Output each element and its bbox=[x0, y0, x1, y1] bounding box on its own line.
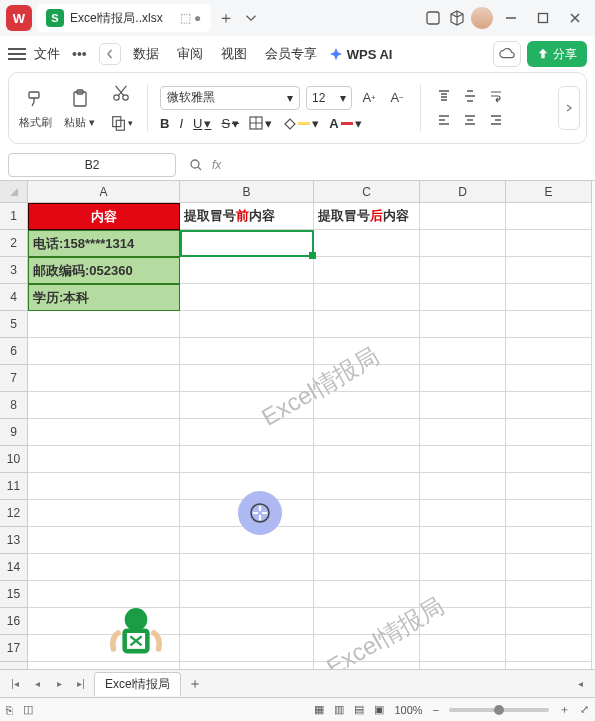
cell-D4[interactable] bbox=[420, 284, 506, 311]
formula-input[interactable] bbox=[227, 153, 587, 177]
column-header-E[interactable]: E bbox=[506, 181, 592, 203]
paste-icon[interactable] bbox=[66, 87, 94, 111]
sheet-scroll-left[interactable]: ◂ bbox=[571, 675, 589, 693]
cell-C10[interactable] bbox=[314, 446, 420, 473]
cell-A12[interactable] bbox=[28, 500, 180, 527]
row-header-10[interactable]: 10 bbox=[0, 446, 28, 473]
cell-A1[interactable]: 内容 bbox=[28, 203, 180, 230]
cell-B15[interactable] bbox=[180, 581, 314, 608]
user-avatar[interactable] bbox=[471, 7, 493, 29]
document-tab[interactable]: S Excel情报局..xlsx ⠀⬚ ● bbox=[36, 4, 211, 32]
italic-button[interactable]: I bbox=[179, 116, 183, 131]
cell-B4[interactable] bbox=[180, 284, 314, 311]
row-header-8[interactable]: 8 bbox=[0, 392, 28, 419]
decrease-font-icon[interactable]: A− bbox=[386, 87, 408, 109]
cell-D8[interactable] bbox=[420, 392, 506, 419]
cell-B14[interactable] bbox=[180, 554, 314, 581]
cell-E2[interactable] bbox=[506, 230, 592, 257]
cell-A10[interactable] bbox=[28, 446, 180, 473]
cell-C14[interactable] bbox=[314, 554, 420, 581]
row-header-5[interactable]: 5 bbox=[0, 311, 28, 338]
border-button[interactable]: ▾ bbox=[249, 116, 272, 131]
cell-A14[interactable] bbox=[28, 554, 180, 581]
zoom-value[interactable]: 100% bbox=[394, 704, 422, 716]
cell-D9[interactable] bbox=[420, 419, 506, 446]
toolbar-more-button[interactable] bbox=[558, 86, 580, 130]
cell-D13[interactable] bbox=[420, 527, 506, 554]
cell-E5[interactable] bbox=[506, 311, 592, 338]
cell-C5[interactable] bbox=[314, 311, 420, 338]
sheet-nav-next[interactable]: ▸ bbox=[50, 675, 68, 693]
font-color-button[interactable]: A ▾ bbox=[329, 116, 361, 131]
cell-D2[interactable] bbox=[420, 230, 506, 257]
cell-C8[interactable] bbox=[314, 392, 420, 419]
fill-color-button[interactable]: ▾ bbox=[282, 116, 319, 131]
tablet-icon[interactable] bbox=[423, 8, 443, 28]
sheet-nav-first[interactable]: |◂ bbox=[6, 675, 24, 693]
zoom-in-button[interactable]: ＋ bbox=[559, 702, 570, 717]
cell-C16[interactable] bbox=[314, 608, 420, 635]
cell-B7[interactable] bbox=[180, 365, 314, 392]
cell-C12[interactable] bbox=[314, 500, 420, 527]
cell-A7[interactable] bbox=[28, 365, 180, 392]
column-header-D[interactable]: D bbox=[420, 181, 506, 203]
row-header-11[interactable]: 11 bbox=[0, 473, 28, 500]
view-reader-icon[interactable]: ▣ bbox=[374, 703, 384, 716]
menu-vip[interactable]: 会员专享 bbox=[259, 41, 323, 67]
cell-C11[interactable] bbox=[314, 473, 420, 500]
cell-C3[interactable] bbox=[314, 257, 420, 284]
share-button[interactable]: 分享 bbox=[527, 41, 587, 67]
scroll-left-button[interactable] bbox=[99, 43, 121, 65]
view-break-icon[interactable]: ▤ bbox=[354, 703, 364, 716]
zoom-out-button[interactable]: − bbox=[433, 704, 439, 716]
row-header-13[interactable]: 13 bbox=[0, 527, 28, 554]
cell-E7[interactable] bbox=[506, 365, 592, 392]
status-icon-b[interactable]: ◫ bbox=[23, 703, 33, 716]
row-header-12[interactable]: 12 bbox=[0, 500, 28, 527]
cube-icon[interactable] bbox=[447, 8, 467, 28]
menu-data[interactable]: 数据 bbox=[127, 41, 165, 67]
cell-C6[interactable] bbox=[314, 338, 420, 365]
cell-A13[interactable] bbox=[28, 527, 180, 554]
column-header-B[interactable]: B bbox=[180, 181, 314, 203]
cell-B10[interactable] bbox=[180, 446, 314, 473]
row-header-4[interactable]: 4 bbox=[0, 284, 28, 311]
fx-label[interactable]: fx bbox=[212, 158, 221, 172]
cell-E1[interactable] bbox=[506, 203, 592, 230]
cell-C9[interactable] bbox=[314, 419, 420, 446]
status-icon-a[interactable]: ⎘ bbox=[6, 704, 13, 716]
underline-button[interactable]: U ▾ bbox=[193, 116, 211, 131]
cell-B3[interactable] bbox=[180, 257, 314, 284]
align-top-icon[interactable] bbox=[433, 86, 455, 106]
cell-A5[interactable] bbox=[28, 311, 180, 338]
row-header-7[interactable]: 7 bbox=[0, 365, 28, 392]
sheet-tab[interactable]: Excel情报局 bbox=[94, 672, 181, 696]
cell-D10[interactable] bbox=[420, 446, 506, 473]
cell-B17[interactable] bbox=[180, 635, 314, 662]
font-name-select[interactable]: 微软雅黑 ▾ bbox=[160, 86, 300, 110]
row-header-16[interactable]: 16 bbox=[0, 608, 28, 635]
cut-icon[interactable] bbox=[107, 81, 135, 105]
menu-view[interactable]: 视图 bbox=[215, 41, 253, 67]
strike-button[interactable]: S ▾ bbox=[221, 116, 239, 131]
align-middle-icon[interactable] bbox=[459, 86, 481, 106]
cell-E16[interactable] bbox=[506, 608, 592, 635]
view-page-icon[interactable]: ▥ bbox=[334, 703, 344, 716]
cell-C4[interactable] bbox=[314, 284, 420, 311]
sheet-nav-last[interactable]: ▸| bbox=[72, 675, 90, 693]
cell-B6[interactable] bbox=[180, 338, 314, 365]
cell-E13[interactable] bbox=[506, 527, 592, 554]
column-header-A[interactable]: A bbox=[28, 181, 180, 203]
cell-A11[interactable] bbox=[28, 473, 180, 500]
add-sheet-button[interactable]: ＋ bbox=[185, 674, 205, 694]
wps-ai-button[interactable]: WPS AI bbox=[329, 47, 393, 62]
align-left-icon[interactable] bbox=[433, 110, 455, 130]
zoom-slider[interactable] bbox=[449, 708, 549, 712]
expand-fx-icon[interactable] bbox=[186, 155, 206, 175]
cell-D16[interactable] bbox=[420, 608, 506, 635]
cell-B16[interactable] bbox=[180, 608, 314, 635]
cell-C2[interactable] bbox=[314, 230, 420, 257]
maximize-button[interactable] bbox=[529, 4, 557, 32]
cell-A3[interactable]: 邮政编码:052360 bbox=[28, 257, 180, 284]
cell-D12[interactable] bbox=[420, 500, 506, 527]
